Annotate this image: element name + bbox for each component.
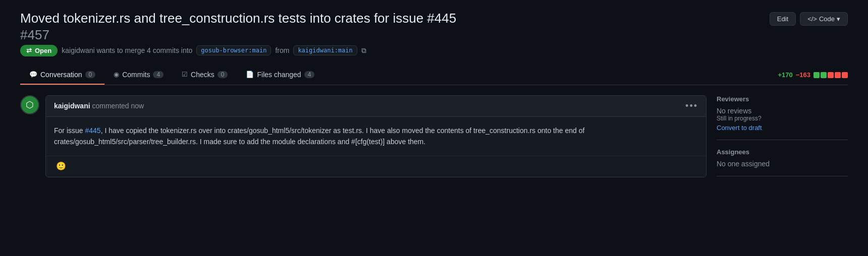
meta-text: kaigidwani wants to merge 4 commits into: [62, 46, 192, 54]
commits-tab-count: 4: [153, 71, 164, 78]
checks-tab-count: 0: [218, 71, 228, 78]
files-tab-label: Files changed: [257, 71, 301, 79]
comment-wrapper: ⬡ kaigidwani commented now •••: [20, 95, 707, 177]
no-reviews-text: No reviews: [717, 107, 848, 115]
comment-timestamp: commented now: [92, 102, 144, 110]
comment-timestamp-text: commented now: [92, 102, 144, 110]
checks-tab-icon: ☑: [182, 71, 188, 78]
reviewers-label: Reviewers: [717, 95, 848, 103]
comment-card: kaigidwani commented now ••• For issue #…: [45, 95, 707, 177]
comment-header: kaigidwani commented now •••: [46, 96, 706, 117]
copy-icon[interactable]: ⧉: [361, 46, 366, 55]
status-text: Open: [35, 47, 51, 54]
comment-username[interactable]: kaigidwani: [54, 102, 90, 110]
files-tab-count: 4: [304, 71, 315, 78]
diff-bar-3: [828, 72, 834, 78]
diff-stats: +170 −163: [778, 71, 848, 79]
reviewers-section: Reviewers No reviews Still in progress? …: [717, 95, 848, 140]
edit-button[interactable]: Edit: [770, 12, 796, 26]
comment-meta: kaigidwani commented now: [54, 102, 144, 110]
pr-meta: ⇄ Open kaigidwani wants to merge 4 commi…: [20, 45, 848, 56]
comment-options-button[interactable]: •••: [685, 101, 698, 111]
sidebar: Reviewers No reviews Still in progress? …: [717, 95, 848, 177]
comment-card-area: kaigidwani commented now ••• For issue #…: [45, 95, 707, 177]
assignees-label: Assignees: [717, 148, 848, 156]
code-icon: </>: [807, 15, 817, 23]
tabs-bar: 💬 Conversation 0 ◉ Commits 4 ☑ Checks 0 …: [20, 66, 848, 85]
diff-bar-5: [842, 72, 848, 78]
tab-commits[interactable]: ◉ Commits 4: [104, 66, 173, 85]
files-tab-icon: 📄: [246, 71, 254, 78]
diff-deletions: −163: [796, 71, 810, 79]
comment-author-info: kaigidwani commented now: [54, 102, 144, 110]
status-badge: ⇄ Open: [20, 45, 58, 56]
tab-files-changed[interactable]: 📄 Files changed 4: [237, 66, 323, 85]
chevron-down-icon: ▾: [837, 15, 840, 23]
no-one-assigned-text: No one assigned: [717, 160, 848, 168]
header-buttons: Edit </> Code ▾: [770, 12, 848, 26]
title-block: Moved tokenizer.rs and tree_construction…: [20, 10, 760, 43]
base-branch-tag[interactable]: gosub-browser:main: [196, 45, 271, 55]
comment-footer: 🙂: [46, 156, 706, 177]
pr-title: Moved tokenizer.rs and tree_construction…: [20, 10, 760, 27]
diff-bar-1: [813, 72, 820, 78]
title-row: Moved tokenizer.rs and tree_construction…: [20, 10, 848, 43]
diff-additions: +170: [778, 71, 792, 79]
from-text: from: [275, 46, 289, 54]
convert-to-draft-link[interactable]: Convert to draft: [717, 124, 848, 132]
conversation-tab-icon: 💬: [29, 71, 37, 78]
assignees-section: Assignees No one assigned: [717, 140, 848, 176]
tab-checks[interactable]: ☑ Checks 0: [173, 66, 237, 85]
code-label: Code: [819, 15, 835, 23]
emoji-reaction-button[interactable]: 🙂: [54, 160, 68, 172]
checks-tab-label: Checks: [191, 71, 214, 79]
tab-conversation[interactable]: 💬 Conversation 0: [20, 66, 104, 85]
diff-bars: [813, 72, 848, 78]
page-wrapper: Moved tokenizer.rs and tree_construction…: [0, 0, 868, 177]
comment-body: For issue #445, I have copied the tokeni…: [46, 117, 706, 156]
commits-tab-label: Commits: [122, 71, 150, 79]
comment-suffix: , I have copied the tokenizer.rs over in…: [54, 126, 584, 146]
tabs-left: 💬 Conversation 0 ◉ Commits 4 ☑ Checks 0 …: [20, 66, 323, 85]
pr-number: #457: [20, 27, 49, 42]
code-button[interactable]: </> Code ▾: [800, 12, 848, 26]
pr-title-text: Moved tokenizer.rs and tree_construction…: [20, 11, 456, 26]
diff-bar-4: [835, 72, 841, 78]
commits-tab-icon: ◉: [114, 71, 119, 78]
head-branch-tag[interactable]: kaigidwani:main: [293, 45, 357, 55]
comment-issue-link[interactable]: #445: [85, 126, 100, 135]
still-in-progress-block: Still in progress? Convert to draft: [717, 115, 848, 132]
diff-bar-2: [821, 72, 827, 78]
conversation-tab-label: Conversation: [40, 71, 82, 79]
main-layout: ⬡ kaigidwani commented now •••: [20, 85, 848, 177]
avatar-icon: ⬡: [26, 99, 34, 110]
comment-prefix: For issue: [54, 126, 85, 135]
content-area: ⬡ kaigidwani commented now •••: [20, 95, 707, 177]
conversation-tab-count: 0: [85, 71, 96, 78]
avatar: ⬡: [20, 95, 39, 114]
merge-icon: ⇄: [26, 47, 32, 54]
still-in-progress-text: Still in progress?: [717, 115, 848, 122]
